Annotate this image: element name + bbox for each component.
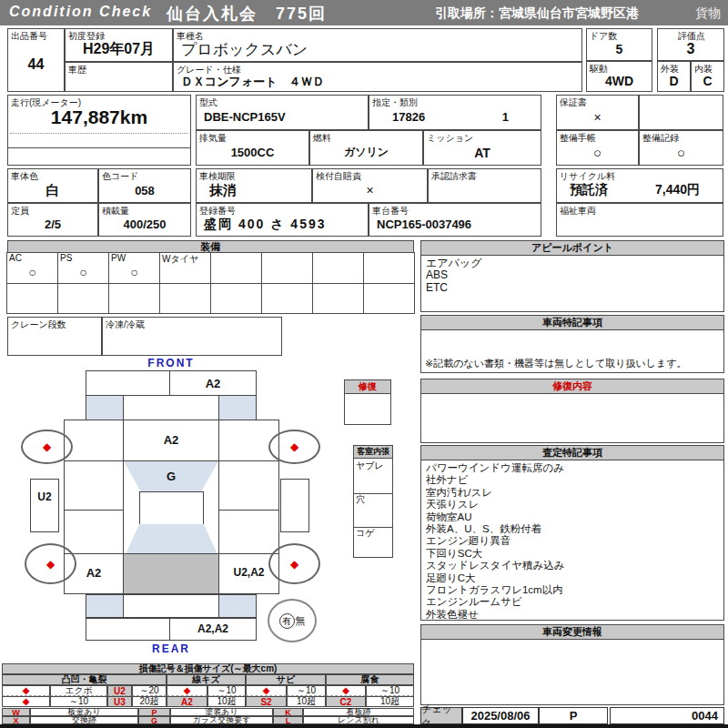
legend-key-g: G bbox=[138, 716, 170, 724]
drive-cell: 駆動 4WD bbox=[586, 61, 652, 92]
load-capacity-value: 400/250 bbox=[99, 214, 190, 235]
equipment-row-1: AC○ PS○ PW○ Wタイヤ bbox=[7, 252, 415, 284]
interior-row-tear: ヤブレ bbox=[354, 459, 392, 494]
color-code-cell: 色コード 058 bbox=[98, 168, 191, 203]
repair-details-panel: 修復内容 bbox=[420, 379, 724, 443]
list-item: エンジン廻り異音 bbox=[426, 535, 719, 547]
equipment-cell bbox=[210, 283, 262, 314]
equipment-value bbox=[7, 292, 57, 313]
color-code-value: 058 bbox=[99, 179, 190, 201]
list-item: 外装色褪せ bbox=[426, 609, 719, 620]
list-item: 足廻りC大 bbox=[426, 572, 719, 584]
repair-flag-box: 修復 bbox=[344, 379, 391, 425]
recycle-fee-cell: リサイクル料 預託済 7,440円 bbox=[556, 168, 723, 203]
legend-code-u3: U3 bbox=[107, 696, 132, 707]
cabin-roof bbox=[139, 491, 204, 525]
vehicle-notes-panel: 車両特記事項 ※記載のない書類・機器等は無しとして取り扱いします。 bbox=[420, 315, 724, 373]
rear-corner-left bbox=[86, 594, 124, 618]
maintenance-record-cell: 整備記録 ○ bbox=[639, 130, 723, 166]
equipment-value bbox=[160, 292, 210, 313]
damage-code-rear-bumper: A2,A2 bbox=[170, 622, 256, 635]
header-bar: Condition Check 仙台入札会 775回 引取場所：宮城県仙台市宮城… bbox=[0, 0, 728, 25]
diagram-rear-label: REAR bbox=[86, 642, 257, 655]
front-corner-left bbox=[86, 395, 124, 420]
list-item: ABS bbox=[426, 269, 719, 281]
legend-cell: 20超 bbox=[132, 696, 167, 707]
assessment-notes-list: パワーウインドウ運転席のみ社外ナビ室内汚れ/スレ天張りスレ荷物室AU外装A、U、… bbox=[421, 460, 723, 620]
insurance-value: × bbox=[313, 179, 427, 201]
equipment-value bbox=[313, 292, 363, 313]
exterior-grade-value: D bbox=[658, 72, 690, 90]
check-label-cell: チェック bbox=[420, 707, 462, 724]
body-side-right bbox=[218, 460, 279, 554]
equipment-header: 装備 bbox=[7, 240, 414, 253]
list-item: 室内汚れ/スレ bbox=[426, 487, 719, 499]
warranty-cell: 保証書 × bbox=[556, 95, 639, 130]
spare-tire-indicator: 有 無 bbox=[268, 599, 317, 642]
repair-flag-title: 修復 bbox=[345, 380, 390, 394]
equipment-value: ○ bbox=[7, 261, 57, 283]
door-line-left bbox=[64, 510, 124, 511]
check-date-cell: 2025/08/06 bbox=[462, 707, 539, 724]
inspection-cell: 車検期限 抹消 bbox=[196, 168, 312, 203]
diamond-icon: ◆ bbox=[342, 686, 349, 695]
equipment-cell-pw: PW○ bbox=[108, 252, 160, 284]
crane-cell: クレーン段数 bbox=[7, 317, 102, 356]
assessment-notes-title: 査定特記事項 bbox=[421, 446, 723, 460]
capacity-value: 2/5 bbox=[8, 214, 97, 235]
appeal-points-list: エアバッグABSETC bbox=[421, 256, 723, 311]
equipment-cell bbox=[363, 283, 415, 314]
equipment-row-2 bbox=[7, 283, 415, 314]
approval-value bbox=[429, 179, 541, 201]
list-item: 荷物室AU bbox=[426, 511, 719, 523]
damage-code-windshield: G bbox=[124, 470, 218, 483]
list-item: フロントガラスワレ1cm以内 bbox=[426, 584, 719, 596]
appeal-points-title: アピールポイント bbox=[421, 241, 723, 256]
class-number: 17826 bbox=[392, 110, 425, 124]
rear-bumper-right: A2,A2 bbox=[169, 618, 257, 641]
drive-value: 4WD bbox=[587, 72, 652, 90]
class-number-2: 1 bbox=[502, 110, 509, 124]
registration-number-cell: 登録番号 盛岡 400 さ 4593 bbox=[196, 203, 369, 237]
fridge-cell: 冷凍/冷蔵 bbox=[102, 317, 282, 356]
maintenance-book-value: ○ bbox=[557, 141, 638, 164]
rear-corner-right bbox=[218, 594, 257, 618]
displacement-cell: 排気量 1500CC bbox=[196, 130, 309, 166]
legend-diamond-icon: ◆ bbox=[2, 696, 50, 707]
diamond-icon: ◆ bbox=[263, 686, 270, 695]
load-capacity-cell: 積載量 400/250 bbox=[98, 203, 191, 237]
damage-diamond-icon: ◆ bbox=[43, 441, 51, 452]
interior-grade-cell: 内装 C bbox=[691, 61, 724, 92]
legend-key-x: X bbox=[2, 716, 30, 724]
auction-title: 仙台入札会 775回 bbox=[167, 3, 327, 25]
vehicle-notes-title: 車両特記事項 bbox=[421, 316, 723, 330]
legend-code-a2: A2 bbox=[167, 696, 207, 707]
legend-key-l-label: レンズ割れ bbox=[303, 716, 414, 724]
legend-key-g-label: ガラス交換要す bbox=[170, 716, 273, 724]
cabin-interior-box: 客室内張 ヤブレ 穴 コゲ bbox=[353, 445, 393, 558]
windshield: G bbox=[124, 461, 218, 491]
list-item: スタッドレスタイヤ積み込み bbox=[426, 560, 719, 571]
exterior-grade-cell: 外装 D bbox=[657, 61, 691, 92]
bottom-border bbox=[0, 724, 728, 728]
equipment-cell bbox=[108, 283, 160, 314]
legend-code-u2: U2 bbox=[107, 685, 132, 696]
equipment-value bbox=[160, 261, 210, 283]
body-color-cell: 車体色 白 bbox=[7, 168, 98, 203]
approval-cell: 承認請求書 bbox=[428, 168, 541, 203]
brand-title: Condition Check bbox=[9, 4, 152, 20]
diamond-icon: ◆ bbox=[184, 686, 191, 695]
equipment-cell bbox=[312, 283, 364, 314]
change-info-title: 車両変更情報 bbox=[421, 625, 723, 640]
grade-value: ＤＸコンフォート ４ＷＤ bbox=[174, 73, 581, 90]
body-color-value: 白 bbox=[8, 179, 97, 201]
equipment-value bbox=[364, 261, 414, 283]
damage-diamond-icon: ◆ bbox=[290, 441, 298, 452]
displacement-value: 1500CC bbox=[197, 141, 308, 164]
equipment-value bbox=[262, 261, 312, 283]
rear-wheel-left: ◆ bbox=[25, 543, 76, 584]
repair-details-title: 修復内容 bbox=[421, 379, 723, 394]
equipment-cell bbox=[312, 252, 364, 284]
chassis-number-value: NCP165-0037496 bbox=[369, 214, 541, 235]
recycle-fee-values: 預託済 7,440円 bbox=[557, 179, 723, 201]
